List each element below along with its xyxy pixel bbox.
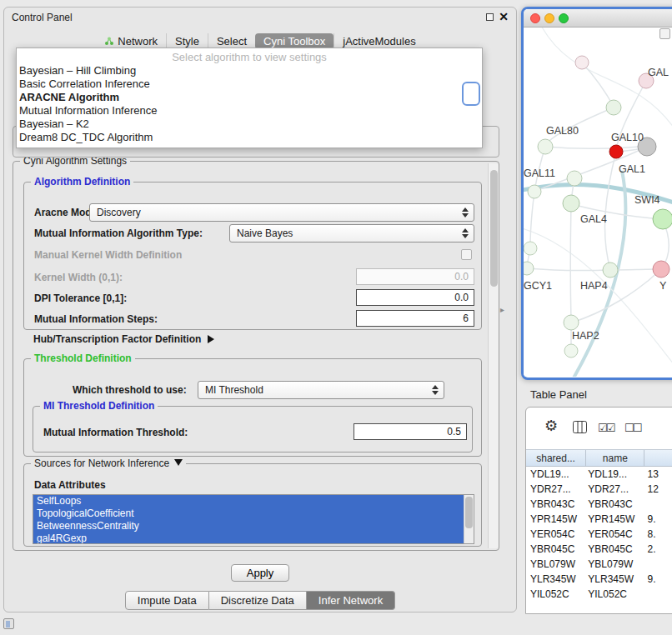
- data-attributes-label: Data Attributes: [34, 479, 106, 491]
- network-edge: [545, 147, 639, 148]
- manual-kernel-width-checkbox[interactable]: [461, 249, 472, 260]
- tab-jactivemodules[interactable]: jActiveModules: [333, 33, 424, 49]
- table-cell: 9.: [644, 512, 672, 527]
- table-row[interactable]: YLR345WYLR345W9.: [526, 572, 672, 587]
- kernel-width-label: Kernel Width (0,1):: [34, 272, 123, 283]
- tab-style[interactable]: Style: [166, 33, 208, 49]
- algorithm-option-dream8-dc-tdc-algorithm[interactable]: Dream8 DC_TDC Algorithm: [17, 131, 482, 144]
- deselect-all-columns-icon[interactable]: ☐☐: [624, 422, 640, 434]
- algorithm-option-list: Bayesian – Hill ClimbingBasic Correlatio…: [17, 64, 482, 144]
- which-threshold-select[interactable]: MI Threshold: [198, 381, 444, 399]
- which-threshold-value: MI Threshold: [205, 384, 263, 396]
- control-panel-titlebar: Control Panel ✕: [4, 8, 516, 28]
- close-window-button[interactable]: [530, 13, 540, 23]
- column-header-shared[interactable]: shared...: [526, 450, 586, 466]
- table-cell: [644, 497, 672, 512]
- column-header-name[interactable]: name: [586, 450, 644, 466]
- combo-up-arrow-icon: [462, 208, 469, 212]
- network-window-titlebar[interactable]: [524, 9, 672, 28]
- algorithm-option-bayesian-hill-climbing[interactable]: Bayesian – Hill Climbing: [17, 64, 482, 78]
- attribute-item-topologicalcoefficient[interactable]: TopologicalCoefficient: [33, 508, 464, 520]
- collapse-down-arrow-icon: [174, 459, 183, 466]
- table-cell: 12: [644, 482, 672, 497]
- network-node[interactable]: [603, 262, 618, 278]
- network-node[interactable]: [564, 315, 579, 330]
- network-node[interactable]: [528, 185, 541, 198]
- network-node[interactable]: [609, 145, 623, 158]
- aracne-mode-value: Discovery: [97, 207, 141, 218]
- table-toolbar: ⚙ ☑☑ ☐☐: [526, 408, 672, 449]
- birdseye-toggle[interactable]: [659, 28, 670, 39]
- network-node[interactable]: [567, 171, 582, 186]
- table-row[interactable]: YIL052CYIL052C: [526, 587, 672, 602]
- table-cell: 8.: [644, 527, 672, 542]
- combo-down-arrow-icon: [432, 391, 439, 395]
- network-node[interactable]: [524, 262, 534, 275]
- help-button[interactable]: [462, 82, 480, 106]
- attributes-scrollbar-thumb[interactable]: [465, 497, 473, 528]
- network-node[interactable]: [606, 100, 621, 115]
- network-node[interactable]: [653, 209, 672, 229]
- select-all-columns-icon[interactable]: ☑☑: [598, 422, 614, 434]
- column-header-2[interactable]: [644, 450, 672, 466]
- apply-button[interactable]: Apply: [231, 564, 290, 582]
- table-row[interactable]: YBL079WYBL079W: [526, 557, 672, 572]
- mi-steps-input[interactable]: 6: [356, 310, 474, 327]
- mi-algorithm-type-select[interactable]: Naive Bayes: [229, 224, 474, 242]
- bottom-tab-impute-data[interactable]: Impute Data: [125, 591, 209, 610]
- dpi-tolerance-input[interactable]: 0.0: [356, 289, 474, 306]
- hub-definition-toggle[interactable]: Hub/Transcription Factor Definition: [33, 333, 214, 345]
- settings-scrollbar-thumb[interactable]: [490, 170, 498, 287]
- settings-scrollbar: [488, 163, 499, 548]
- splitter-handle[interactable]: ▸: [500, 305, 504, 314]
- table-settings-gear-icon[interactable]: ⚙: [544, 417, 558, 435]
- table-row[interactable]: YBR043CYBR043C: [526, 497, 672, 512]
- network-view-window: GALGAL80GAL10GAL11GAL1SWI4GAL4GCY1HAP4YH…: [521, 7, 672, 380]
- network-node[interactable]: [653, 261, 669, 278]
- table-row[interactable]: YDR27...YDR27...12: [526, 482, 672, 497]
- network-canvas[interactable]: GALGAL80GAL10GAL11GAL1SWI4GAL4GCY1HAP4YH…: [524, 28, 672, 377]
- bottom-tab-infer-network[interactable]: Infer Network: [307, 591, 395, 610]
- mi-threshold-definition-title: MI Threshold Definition: [40, 400, 158, 412]
- node-label-gal: GAL: [648, 67, 669, 78]
- network-node[interactable]: [575, 56, 589, 69]
- algorithm-option-bayesian-k2[interactable]: Bayesian – K2: [17, 118, 482, 131]
- aracne-mode-select[interactable]: Discovery: [89, 203, 474, 222]
- float-window-button[interactable]: [486, 13, 494, 21]
- network-node[interactable]: [538, 139, 553, 154]
- hub-definition-label: Hub/Transcription Factor Definition: [33, 333, 201, 345]
- tab-select[interactable]: Select: [208, 33, 255, 49]
- collapsed-panel-icon[interactable]: [3, 618, 14, 629]
- table-cell: YBL079W: [526, 557, 586, 572]
- network-node[interactable]: [564, 344, 578, 358]
- popup-placeholder: Select algorithm to view settings: [17, 50, 482, 64]
- table-row[interactable]: YER054CYER054C8.: [526, 527, 672, 542]
- data-attributes-list: SelfLoopsTopologicalCoefficientBetweenne…: [33, 494, 474, 544]
- table-row[interactable]: YDL19...YDL19...13: [526, 467, 672, 482]
- show-columns-icon[interactable]: [573, 421, 587, 433]
- algorithm-definition-title: Algorithm Definition: [31, 176, 133, 188]
- algorithm-option-mutual-information-inference[interactable]: Mutual Information Inference: [17, 104, 482, 118]
- table-cell: YIL052C: [526, 587, 586, 602]
- attribute-item-gal4rgexp[interactable]: gal4RGexp: [33, 532, 464, 544]
- attribute-item-selfloops[interactable]: SelfLoops: [33, 495, 464, 508]
- table-panel-window: ⚙ ☑☑ ☐☐ shared...name YDL19...YDL19...13…: [525, 407, 672, 614]
- table-header-row: shared...name: [526, 449, 672, 467]
- mi-threshold-input[interactable]: 0.5: [354, 423, 467, 440]
- close-panel-button[interactable]: ✕: [499, 10, 509, 23]
- table-row[interactable]: YBR045CYBR045C2.: [526, 542, 672, 557]
- mi-algorithm-type-label: Mutual Information Algorithm Type:: [34, 228, 203, 239]
- attribute-item-betweennesscentrality[interactable]: BetweennessCentrality: [33, 520, 464, 532]
- tab-network[interactable]: Network: [96, 33, 166, 49]
- mi-threshold-definition-group: MI Threshold Definition Mutual Informati…: [33, 406, 473, 452]
- network-node[interactable]: [524, 242, 537, 255]
- minimize-window-button[interactable]: [544, 13, 554, 23]
- sources-toggle[interactable]: Sources for Network Inference: [31, 458, 186, 469]
- algorithm-option-basic-correlation-inference[interactable]: Basic Correlation Inference: [17, 78, 482, 91]
- network-node[interactable]: [563, 195, 579, 212]
- tab-cyni-toolbox[interactable]: Cyni Toolbox: [255, 33, 333, 49]
- table-row[interactable]: YPR145WYPR145W9.: [526, 512, 672, 527]
- zoom-window-button[interactable]: [559, 13, 569, 23]
- algorithm-option-aracne-algorithm[interactable]: ARACNE Algorithm: [17, 91, 482, 104]
- bottom-tab-discretize-data[interactable]: Discretize Data: [209, 591, 307, 610]
